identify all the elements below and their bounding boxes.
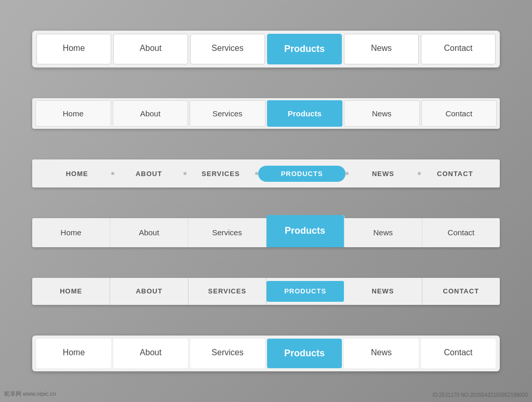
nav5-about[interactable]: ABOUT — [110, 278, 188, 305]
nav2-products[interactable]: Products — [267, 100, 343, 127]
nav2-news[interactable]: News — [344, 100, 420, 127]
nav1-products[interactable]: Products — [267, 34, 342, 64]
nav1-contact[interactable]: Contact — [421, 34, 496, 64]
nav3-news[interactable]: NEWS — [349, 170, 417, 178]
nav5-home[interactable]: HOME — [32, 278, 110, 305]
nav2-contact[interactable]: Contact — [421, 100, 497, 127]
watermark-right: ID:2531170 NO:20150422193952199000 — [433, 392, 528, 398]
nav6-about[interactable]: About — [113, 339, 188, 368]
navbar-5: HOME ABOUT SERVICES PRODUCTS NEWS CONTAC… — [32, 278, 500, 305]
nav4-contact[interactable]: Contact — [422, 218, 500, 247]
navbar-3: HOME ABOUT SERVICES PRODUCTS NEWS CONTAC… — [32, 159, 500, 187]
nav6-news[interactable]: News — [344, 339, 419, 368]
nav3-services[interactable]: SERVICES — [187, 170, 255, 178]
nav1-home[interactable]: Home — [36, 34, 111, 64]
nav2-about[interactable]: About — [113, 100, 189, 127]
nav6-products[interactable]: Products — [267, 339, 342, 368]
nav5-products[interactable]: PRODUCTS — [267, 281, 344, 302]
navbar-2: Home About Services Products News Contac… — [32, 98, 500, 129]
nav2-services[interactable]: Services — [190, 100, 265, 127]
nav6-services[interactable]: Services — [190, 339, 265, 368]
watermark-left: 昵享网 www.nipic.cn — [4, 390, 56, 398]
nav4-news[interactable]: News — [344, 218, 422, 247]
navbar-6: Home About Services Products News Contac… — [32, 336, 500, 371]
nav5-services[interactable]: SERVICES — [189, 278, 267, 305]
nav6-home[interactable]: Home — [36, 339, 111, 368]
nav4-products[interactable]: Products — [267, 215, 344, 247]
nav4-services[interactable]: Services — [188, 218, 266, 247]
nav3-about[interactable]: ABOUT — [114, 170, 183, 178]
nav2-home[interactable]: Home — [35, 100, 111, 127]
nav1-news[interactable]: News — [344, 34, 419, 64]
nav5-contact[interactable]: CONTACT — [422, 278, 500, 305]
nav4-about[interactable]: About — [110, 218, 188, 247]
nav5-news[interactable]: NEWS — [344, 278, 422, 305]
nav1-about[interactable]: About — [113, 34, 188, 64]
navbar-4: Home About Services Products News Contac… — [32, 218, 500, 247]
nav6-contact[interactable]: Contact — [421, 339, 496, 368]
nav1-services[interactable]: Services — [190, 34, 265, 64]
nav3-home[interactable]: HOME — [43, 170, 111, 178]
nav3-contact[interactable]: CONTACT — [421, 170, 489, 178]
navbar-1: Home About Services Products News Contac… — [32, 31, 500, 68]
nav3-products[interactable]: PRODUCTS — [258, 166, 345, 182]
nav4-home[interactable]: Home — [32, 218, 110, 247]
